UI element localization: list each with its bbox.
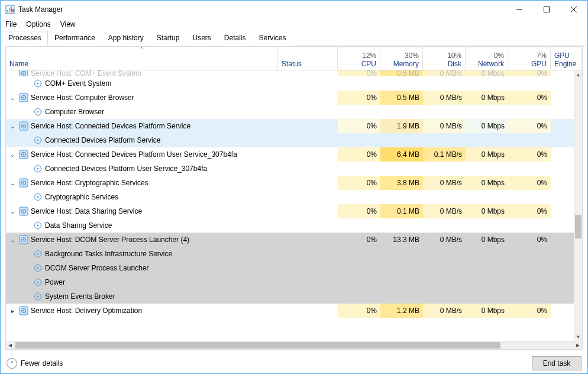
column-headers: ˄ Name Status 12%CPU 30%Memory 10%Disk 0…: [6, 47, 582, 70]
expand-down-icon[interactable]: ⌄: [8, 180, 17, 186]
process-name: Service Host: Computer Browser: [31, 94, 134, 102]
scroll-left-icon[interactable]: ◀: [6, 341, 14, 349]
process-name: Service Host: Delivery Optimization: [31, 307, 142, 315]
cell-net: 0 Mbps: [466, 70, 508, 76]
svg-point-73: [37, 267, 38, 269]
service-host-icon: [19, 207, 28, 216]
process-name: System Events Broker: [45, 292, 115, 301]
col-cpu[interactable]: 12%CPU: [338, 47, 380, 70]
scroll-thumb[interactable]: [575, 215, 581, 238]
process-row[interactable]: ⌄Data Sharing Service: [6, 218, 574, 233]
process-row[interactable]: ⌄COM+ Event System: [6, 76, 574, 91]
cell-mem: 6.4 MB: [380, 147, 423, 162]
cell-mem: 0.5 MB: [380, 70, 423, 76]
cell-cpu: 0%: [338, 119, 380, 133]
process-row[interactable]: ⌄Service Host: Connected Devices Platfor…: [6, 119, 574, 133]
process-rows: ⌄Service Host: COM+ Event System0%0.5 MB…: [6, 70, 574, 341]
cell-cpu: 0%: [338, 70, 380, 76]
maximize-button[interactable]: [533, 1, 560, 18]
process-row[interactable]: ⌄Service Host: Cryptographic Services0%3…: [6, 176, 574, 190]
process-row[interactable]: ⌄Power: [6, 275, 574, 289]
fewer-details-button[interactable]: ˄ Fewer details: [7, 358, 63, 369]
close-button[interactable]: [560, 1, 587, 18]
cell-gpue: [551, 91, 574, 105]
cell-status: [278, 275, 338, 289]
col-gpu-engine[interactable]: GPU Engine: [551, 47, 582, 70]
tab-services[interactable]: Services: [253, 31, 293, 46]
cell-gpue: [551, 304, 574, 318]
menu-view[interactable]: View: [60, 20, 76, 28]
tab-performance[interactable]: Performance: [48, 31, 102, 46]
hscroll-track[interactable]: [14, 341, 574, 349]
expand-down-icon[interactable]: ⌄: [8, 95, 17, 101]
cell-mem: 3.8 MB: [380, 176, 423, 190]
process-row[interactable]: ⌄Service Host: Data Sharing Service0%0.1…: [6, 204, 574, 218]
cell-status: [278, 70, 338, 76]
hscroll-thumb[interactable]: [15, 342, 500, 349]
svg-point-47: [23, 182, 24, 183]
process-row[interactable]: ⌄Connected Devices Platform Service: [6, 133, 574, 147]
expand-down-icon[interactable]: ⌄: [8, 237, 17, 243]
scroll-right-icon[interactable]: ▶: [574, 341, 582, 349]
col-memory[interactable]: 30%Memory: [380, 47, 423, 70]
scroll-track[interactable]: [574, 79, 582, 333]
col-gpu[interactable]: 7%GPU: [508, 47, 551, 70]
cell-cpu: 0%: [338, 233, 380, 247]
svg-rect-1: [7, 10, 8, 12]
window-title: Task Manager: [18, 5, 506, 14]
process-row[interactable]: ⌄Service Host: DCOM Server Process Launc…: [6, 233, 574, 247]
expand-down-icon[interactable]: ⌄: [8, 151, 17, 158]
cell-gpue: [551, 147, 574, 162]
expand-down-icon[interactable]: ⌄: [8, 123, 17, 130]
expand-down-icon[interactable]: ⌄: [8, 208, 17, 215]
vertical-scrollbar[interactable]: ▲ ▼: [574, 70, 582, 341]
cell-mem: 13.3 MB: [380, 233, 423, 247]
process-name: Cryptographic Services: [45, 193, 118, 201]
process-row[interactable]: ⌄Service Host: Computer Browser0%0.5 MB0…: [6, 91, 574, 105]
tab-details[interactable]: Details: [218, 31, 253, 46]
tab-processes[interactable]: Processes: [2, 31, 48, 46]
process-row[interactable]: ⌄Cryptographic Services: [6, 190, 574, 204]
expand-right-icon[interactable]: ▸: [8, 308, 17, 314]
col-network[interactable]: 0%Network: [466, 47, 508, 70]
cell-status: [278, 204, 338, 218]
svg-point-49: [37, 196, 38, 198]
cell-gpue: [551, 204, 574, 218]
process-row[interactable]: ⌄Background Tasks Infrastructure Service: [6, 247, 574, 261]
scroll-down-icon[interactable]: ▼: [574, 333, 582, 341]
cell-gpue: [551, 70, 574, 76]
process-row[interactable]: ⌄Connected Devices Platform User Service…: [6, 162, 574, 176]
process-name: COM+ Event System: [45, 79, 111, 88]
tab-startup[interactable]: Startup: [150, 31, 186, 46]
process-row[interactable]: ⌄DCOM Server Process Launcher: [6, 261, 574, 275]
scroll-up-icon[interactable]: ▲: [574, 70, 582, 79]
svg-point-29: [23, 125, 24, 127]
svg-point-58: [37, 224, 38, 226]
process-row[interactable]: ⌄Computer Browser: [6, 105, 574, 119]
svg-point-56: [23, 211, 24, 212]
process-row[interactable]: ▸Service Host: Delivery Optimization0%1.…: [6, 304, 574, 318]
chevron-up-icon: ˄: [7, 358, 17, 369]
process-row[interactable]: ⌄Service Host: COM+ Event System0%0.5 MB…: [6, 70, 574, 76]
end-task-button[interactable]: End task: [532, 356, 581, 370]
cell-cpu: 0%: [338, 147, 380, 162]
process-name: Service Host: DCOM Server Process Launch…: [31, 236, 189, 244]
col-disk[interactable]: 10%Disk: [423, 47, 466, 70]
tab-users[interactable]: Users: [186, 31, 217, 46]
process-row[interactable]: ⌄System Events Broker: [6, 289, 574, 304]
menu-file[interactable]: File: [5, 20, 17, 28]
service-host-icon: [19, 70, 28, 76]
menu-options[interactable]: Options: [26, 20, 50, 28]
process-row[interactable]: ⌄Service Host: Connected Devices Platfor…: [6, 147, 574, 162]
minimize-button[interactable]: [506, 1, 533, 18]
service-gear-icon: [33, 192, 43, 202]
cell-mem: 0.1 MB: [380, 204, 423, 218]
process-name: Service Host: Connected Devices Platform…: [31, 122, 190, 130]
service-gear-icon: [33, 79, 43, 88]
tab-app-history[interactable]: App history: [102, 31, 150, 46]
service-gear-icon: [33, 164, 43, 173]
cell-gpu: 0%: [508, 119, 551, 133]
col-name[interactable]: ˄ Name: [6, 47, 278, 70]
horizontal-scrollbar[interactable]: ◀ ▶: [6, 341, 582, 349]
col-status[interactable]: Status: [278, 47, 338, 70]
